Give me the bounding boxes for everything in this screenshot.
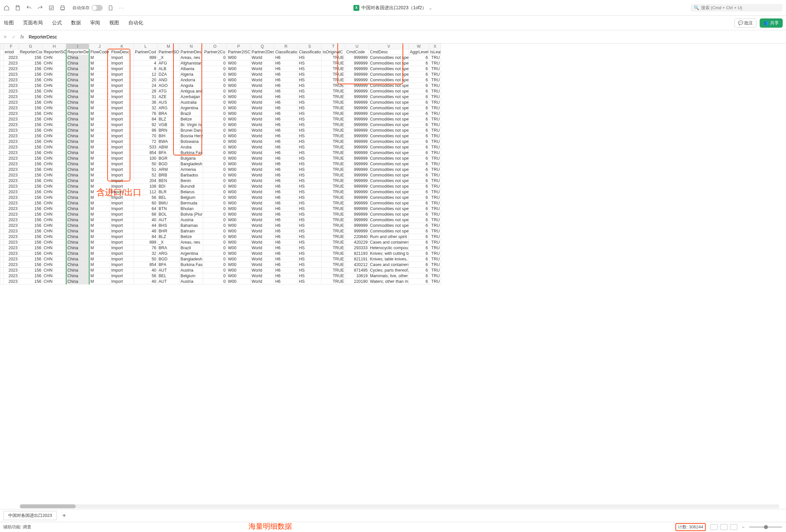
column-header-T[interactable]: T [322, 44, 345, 49]
cell[interactable]: 156 [19, 66, 43, 72]
cell[interactable]: China [66, 144, 89, 150]
cell[interactable]: TRU [429, 89, 441, 94]
cell[interactable]: 854 [134, 150, 157, 156]
cell[interactable]: HS [298, 167, 322, 172]
cell[interactable]: M [89, 94, 110, 100]
cell[interactable]: TRU [429, 201, 441, 206]
cell[interactable]: World [251, 156, 274, 161]
cell[interactable]: 999999 [345, 94, 369, 100]
cell[interactable]: 156 [19, 172, 43, 178]
cell[interactable]: 2023 [4, 55, 19, 61]
table-row[interactable]: 2023156CHNChinaMImport64BTNBhutan0W00Wor… [0, 206, 441, 212]
cell[interactable]: HS [298, 184, 322, 189]
cell[interactable]: CHN [43, 66, 66, 72]
cell[interactable]: China [66, 128, 89, 133]
table-row[interactable]: 2023156CHNChinaMImport70BIHBosnia Herz0W… [0, 133, 441, 139]
cell[interactable]: TRU [429, 217, 441, 223]
cell[interactable]: 2023 [4, 273, 19, 279]
field-header-row[interactable]: eriodReporterCooReporterISOReporterDesFl… [0, 49, 441, 55]
cell[interactable]: China [66, 245, 89, 251]
cell[interactable]: TRUE [322, 167, 345, 172]
cell[interactable]: China [66, 77, 89, 83]
cell[interactable]: W00 [227, 156, 251, 161]
scrollbar-thumb[interactable] [20, 504, 76, 508]
cell[interactable]: W00 [227, 144, 251, 150]
cell[interactable]: Commodities not spe [369, 223, 409, 229]
field-header-cell[interactable]: eriod [4, 49, 19, 55]
cell[interactable]: W00 [227, 72, 251, 77]
cell[interactable]: ABW [157, 144, 179, 150]
cell[interactable]: 999999 [345, 167, 369, 172]
cell[interactable]: 24 [134, 83, 157, 89]
cell[interactable]: Bolivia (Plur [179, 212, 203, 217]
cell[interactable]: H6 [274, 279, 298, 284]
cell[interactable]: Cycles; parts thereof, [369, 268, 409, 273]
cell[interactable]: Import [110, 206, 134, 212]
cell[interactable]: 999999 [345, 61, 369, 66]
cell[interactable]: H6 [274, 139, 298, 144]
cell[interactable]: TRU [429, 150, 441, 156]
cell[interactable]: CHN [43, 100, 66, 105]
column-header-O[interactable]: O [203, 44, 227, 49]
table-row[interactable]: 2023156CHNChinaMImport36AUSAustralia0W00… [0, 100, 441, 105]
cell[interactable]: ATG [157, 89, 179, 94]
cell[interactable]: Commodities not spe [369, 184, 409, 189]
cell[interactable]: Commodities not spe [369, 66, 409, 72]
cell[interactable]: Burundi [179, 184, 203, 189]
cell[interactable]: Commodities not spe [369, 61, 409, 66]
cell[interactable]: Belize [179, 234, 203, 240]
cell[interactable]: 6 [409, 83, 429, 89]
cell[interactable]: W00 [227, 172, 251, 178]
cell[interactable]: 2023 [4, 72, 19, 77]
cell[interactable]: 999999 [345, 77, 369, 83]
cell[interactable]: HS [298, 156, 322, 161]
cell[interactable]: Commodities not spe [369, 139, 409, 144]
cell[interactable]: BRN [157, 128, 179, 133]
cell[interactable]: Commodities not spe [369, 178, 409, 184]
cell[interactable]: 2023 [4, 172, 19, 178]
cell[interactable]: Commodities not spe [369, 83, 409, 89]
cell[interactable]: Import [110, 77, 134, 83]
cell[interactable]: Import [110, 89, 134, 94]
cell[interactable]: 2023 [4, 268, 19, 273]
cell[interactable]: M [89, 234, 110, 240]
cell[interactable]: 6 [409, 212, 429, 217]
cell[interactable]: 36 [134, 100, 157, 105]
cell[interactable]: 6 [409, 117, 429, 122]
cell[interactable]: W00 [227, 105, 251, 111]
cell[interactable]: TRU [429, 128, 441, 133]
cell[interactable]: Bosnia Herz [179, 133, 203, 139]
cell[interactable]: TRU [429, 251, 441, 256]
table-row[interactable]: 2023156CHNChinaMImport84BLZBelize0W00Wor… [0, 234, 441, 240]
cell[interactable]: 2023 [4, 234, 19, 240]
cell[interactable]: Import [110, 161, 134, 167]
cell[interactable]: 60 [134, 201, 157, 206]
cell[interactable]: 0 [203, 223, 227, 229]
cell[interactable]: 2023 [4, 251, 19, 256]
cell[interactable]: 6 [409, 256, 429, 262]
cell[interactable]: TRU [429, 144, 441, 150]
cell[interactable]: Import [110, 234, 134, 240]
cell[interactable]: AUT [157, 217, 179, 223]
cell[interactable]: Commodities not spe [369, 133, 409, 139]
cell[interactable]: CHN [43, 195, 66, 201]
cell[interactable]: W00 [227, 150, 251, 156]
cell[interactable]: China [66, 156, 89, 161]
cell[interactable]: ARG [157, 105, 179, 111]
cell[interactable]: 2023 [4, 117, 19, 122]
cell[interactable]: Commodities not spe [369, 206, 409, 212]
cell[interactable]: H6 [274, 117, 298, 122]
cell[interactable]: W00 [227, 234, 251, 240]
fx-icon[interactable]: fx [20, 34, 24, 40]
cell[interactable]: H6 [274, 100, 298, 105]
cell[interactable]: 156 [19, 240, 43, 245]
cell[interactable]: 999999 [345, 217, 369, 223]
cell[interactable]: M [89, 172, 110, 178]
cell[interactable]: Import [110, 111, 134, 117]
cell[interactable]: 156 [19, 100, 43, 105]
cell[interactable]: 999999 [345, 122, 369, 128]
cell[interactable]: 48 [134, 229, 157, 234]
cell[interactable]: World [251, 72, 274, 77]
cell[interactable]: H6 [274, 111, 298, 117]
cell[interactable]: 156 [19, 201, 43, 206]
